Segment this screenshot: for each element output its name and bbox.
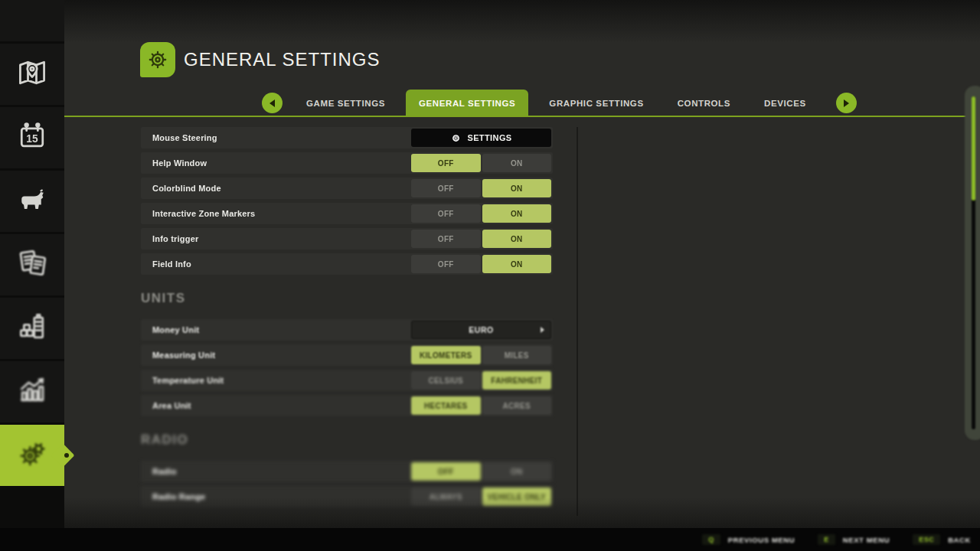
setting-row-money-unit: Money UnitEURO [141,319,553,341]
tab-general-settings[interactable]: GENERAL SETTINGS [406,90,528,116]
toggle-option-off[interactable]: OFF [411,462,481,481]
page-scrollbar[interactable] [965,86,980,440]
setting-control: OFFON [411,230,551,248]
setting-row-mouse-steering: Mouse SteeringSETTINGS [141,127,553,148]
chevron-right-icon[interactable] [541,327,544,333]
setting-control: HECTARESACRES [411,396,551,415]
tab-controls[interactable]: CONTROLS [665,90,743,116]
settings-list: Mouse SteeringSETTINGSHelp WindowOFFONCo… [141,127,553,511]
button-label: SETTINGS [467,133,511,142]
mouse-steering-settings-button[interactable]: SETTINGS [411,129,551,147]
page-title: GENERAL SETTINGS [184,49,381,70]
previous-tab-arrow-button[interactable] [262,93,283,113]
setting-control: OFFON [411,179,551,197]
toggle-option-off[interactable]: OFF [411,154,481,172]
setting-label: Help Window [152,158,207,168]
hint-previous-menu: QPREVIOUS MENU [702,534,795,545]
keycap-esc: ESC [913,534,940,545]
next-tab-arrow-button[interactable] [836,93,857,113]
chart-icon [15,373,49,410]
setting-label: Mouse Steering [152,133,217,142]
toggle-option-acres[interactable]: ACRES [482,396,552,415]
sidebar-item-animals[interactable] [0,171,64,232]
toggle-option-kilometers[interactable]: KILOMETERS [411,346,481,364]
page-scrollbar-thumb[interactable] [972,96,975,201]
toggle-option-off[interactable]: OFF [411,179,481,197]
calendar-icon: 15 [15,119,49,156]
toggle-option-off[interactable]: OFF [411,230,481,248]
setting-label: Radio [152,467,177,476]
gears-icon [15,437,49,474]
setting-control: OFFON [411,204,551,223]
setting-label: Temperature Unit [152,376,224,385]
setting-row-interactive-zone-markers: Interactive Zone MarkersOFFON [141,203,553,224]
map-icon [15,56,49,93]
setting-control: ALWAYSVEHICLE ONLY [411,487,551,506]
bottom-hint-bar: QPREVIOUS MENUENEXT MENUESCBACK [0,528,980,551]
setting-label: Money Unit [152,325,199,334]
sidebar-item-statistics[interactable] [0,361,64,422]
sidebar-item-map[interactable] [0,44,64,105]
setting-row-measuring-unit: Measuring UnitKILOMETERSMILES [141,344,553,366]
setting-control: EURO [411,321,551,339]
tab-game-settings[interactable]: GAME SETTINGS [293,90,398,116]
setting-label: Radio Range [152,492,205,501]
setting-label: Info trigger [152,234,198,243]
active-tab-notch [64,453,69,458]
cow-icon [15,183,49,220]
tab-underline [64,116,980,117]
select-value: EURO [469,325,493,334]
setting-row-radio: RadioOFFON [141,461,553,482]
documents-icon [15,246,49,283]
toggle-option-always[interactable]: ALWAYS [411,487,481,506]
setting-control: OFFON [411,154,551,172]
tab-bar: GAME SETTINGSGENERAL SETTINGSGRAPHIC SET… [64,90,980,116]
setting-row-radio-range: Radio RangeALWAYSVEHICLE ONLY [141,486,553,507]
toggle-option-hectares[interactable]: HECTARES [411,396,481,415]
toggle-option-off[interactable]: OFF [411,204,481,223]
setting-row-colorblind-mode: Colorblind ModeOFFON [141,178,553,199]
sidebar-item-settings[interactable] [0,425,64,486]
hint-label: PREVIOUS MENU [728,536,795,544]
money-unit-select[interactable]: EURO [411,321,551,339]
toggle-option-on[interactable]: ON [482,154,552,172]
sidebar-item-production[interactable] [0,298,64,359]
sidebar-item-contracts[interactable] [0,234,64,295]
list-scrollbar-track[interactable] [577,127,578,516]
general-settings-screen: 15 GENERAL SETTINGS GAME SETTINGSGENERAL… [0,0,980,551]
setting-label: Colorblind Mode [152,184,221,193]
sidebar-item-calendar[interactable]: 15 [0,107,64,168]
toggle-option-on[interactable]: ON [482,230,552,248]
setting-label: Field Info [152,259,191,269]
tab-graphic-settings[interactable]: GRAPHIC SETTINGS [536,90,656,116]
toggle-option-fahrenheit[interactable]: FAHRENHEIT [482,371,552,390]
tab-devices[interactable]: DEVICES [751,90,819,116]
setting-control: OFFON [411,462,551,481]
tabs: GAME SETTINGSGENERAL SETTINGSGRAPHIC SET… [293,90,819,116]
main-panel: GENERAL SETTINGS GAME SETTINGSGENERAL SE… [64,0,980,551]
hint-back: ESCBACK [913,534,971,545]
setting-row-area-unit: Area UnitHECTARESACRES [141,395,553,416]
setting-row-info-trigger: Info triggerOFFON [141,228,553,249]
setting-label: Area Unit [152,401,191,410]
hint-next-menu: ENEXT MENU [818,534,890,545]
toggle-option-on[interactable]: ON [482,204,552,223]
gear-icon [450,132,462,144]
section-title-units: UNITS [141,291,553,306]
setting-control: OFFON [411,255,551,273]
sidebar: 15 [0,0,64,551]
setting-control: CELSIUSFAHRENHEIT [411,371,551,390]
setting-row-field-info: Field InfoOFFON [141,253,553,275]
toggle-option-on[interactable]: ON [482,255,552,273]
toggle-option-celsius[interactable]: CELSIUS [411,371,481,390]
toggle-option-miles[interactable]: MILES [482,346,552,364]
top-shade [64,0,980,43]
setting-label: Interactive Zone Markers [152,209,255,218]
toggle-option-on[interactable]: ON [482,462,552,481]
setting-control: KILOMETERSMILES [411,346,551,364]
setting-row-temperature-unit: Temperature UnitCELSIUSFAHRENHEIT [141,370,553,391]
toggle-option-off[interactable]: OFF [411,255,481,273]
toggle-option-on[interactable]: ON [482,179,552,197]
toggle-option-vehicle-only[interactable]: VEHICLE ONLY [482,487,552,506]
svg-text:15: 15 [26,133,38,145]
